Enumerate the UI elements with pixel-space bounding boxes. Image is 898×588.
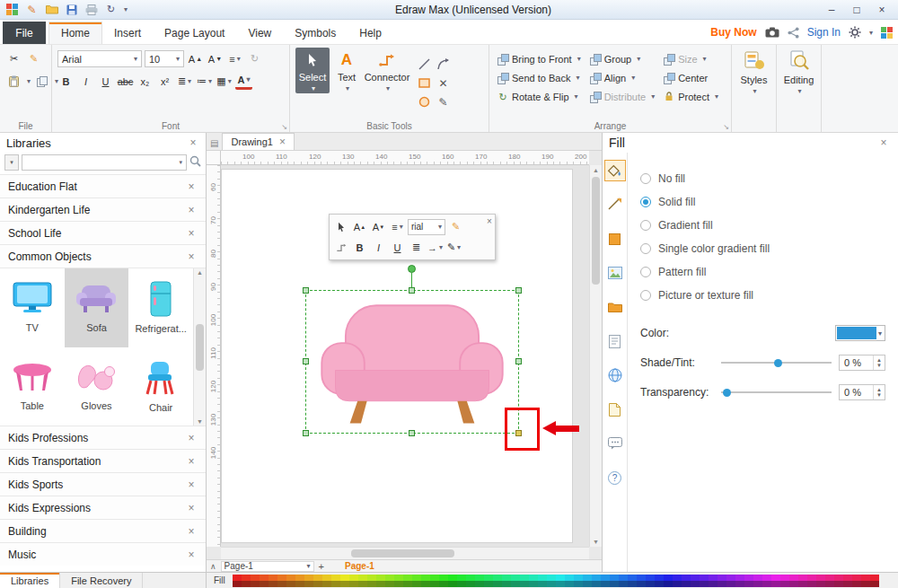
arrange-dialog-launcher-icon[interactable]: ↘ [723, 123, 729, 131]
transparency-spinner[interactable]: 0 % ▲▼ [839, 384, 885, 400]
symbol-refrigerator[interactable]: Refrigerat... [128, 268, 193, 347]
line-spacing-button[interactable]: ≣▾ [176, 73, 193, 90]
format-painter-icon[interactable]: ✎ [25, 50, 42, 67]
mini-pen-button[interactable]: ✎▾ [445, 239, 462, 256]
hyperlink-pane-button[interactable] [604, 364, 626, 386]
tab-help[interactable]: Help [348, 22, 393, 44]
select-tool-button[interactable]: Select ▾ [295, 48, 330, 93]
mini-shrink-font-button[interactable]: A▼ [370, 218, 387, 235]
horizontal-scrollbar[interactable] [221, 547, 589, 559]
footer-tab-libraries[interactable]: Libraries [0, 573, 60, 588]
file-menu-button[interactable]: File [3, 22, 46, 44]
symbol-sofa[interactable]: Sofa [65, 268, 129, 347]
mini-grow-font-button[interactable]: A▲ [351, 218, 368, 235]
active-page-tab[interactable]: Page-1 [345, 561, 374, 571]
scrollbar-thumb[interactable] [592, 177, 600, 285]
radio-icon[interactable] [640, 220, 651, 231]
line-tool-icon[interactable] [415, 55, 434, 74]
size-button[interactable]: Size▾ [661, 49, 721, 68]
bring-to-front-button[interactable]: Bring to Front▾ [495, 49, 584, 68]
tab-page-layout[interactable]: Page Layout [153, 22, 236, 44]
close-window-button[interactable]: × [869, 2, 894, 18]
close-fill-panel-icon[interactable]: × [877, 136, 890, 149]
close-library-icon[interactable]: × [185, 227, 198, 240]
scrollbar-thumb[interactable] [196, 324, 204, 371]
text-tool-button[interactable]: A Text ▾ [330, 48, 364, 93]
table-button[interactable]: ▦▾ [216, 73, 233, 90]
search-icon[interactable] [189, 155, 201, 170]
document-tab-drawing1[interactable]: Drawing1 × [222, 133, 294, 150]
close-library-icon[interactable]: × [185, 180, 198, 193]
spin-down-icon[interactable]: ▼ [876, 392, 882, 398]
mini-bold-button[interactable]: B [351, 239, 368, 256]
center-button[interactable]: Center [661, 68, 721, 87]
transparency-slider[interactable] [721, 386, 832, 399]
sofa-shape[interactable] [309, 294, 515, 430]
mini-connector-icon[interactable] [332, 239, 349, 256]
shade-tint-spinner[interactable]: 0 % ▲▼ [839, 355, 885, 371]
close-library-icon[interactable]: × [185, 204, 198, 216]
library-item-kids-expressions[interactable]: Kids Expressions× [0, 496, 206, 519]
mini-select-icon[interactable] [332, 218, 349, 235]
underline-button[interactable]: U [97, 73, 114, 90]
library-search-input[interactable]: ▾ [22, 154, 187, 171]
italic-button[interactable]: I [77, 73, 94, 90]
resize-handle-nw[interactable] [303, 287, 309, 294]
library-filter-caret-icon[interactable]: ▾ [4, 154, 19, 171]
font-size-select[interactable]: 10▾ [145, 50, 184, 67]
symbol-tv[interactable]: TV [0, 268, 65, 347]
pen-tool-icon[interactable]: ✎ [434, 92, 453, 111]
library-item-building[interactable]: Building× [0, 519, 206, 542]
paste-icon[interactable] [5, 73, 22, 90]
rotation-handle[interactable] [408, 265, 416, 273]
close-document-icon[interactable]: × [279, 136, 286, 148]
fill-option-picture-texture-fill[interactable]: Picture or texture fill [640, 289, 885, 302]
document-pane-button[interactable] [604, 330, 626, 352]
font-family-select[interactable]: Arial▾ [57, 50, 142, 67]
fill-option-single-color-gradient[interactable]: Single color gradient fill [640, 242, 885, 255]
collapse-pages-icon[interactable]: ∧ [210, 562, 216, 571]
open-folder-icon[interactable] [45, 4, 58, 16]
group-button[interactable]: Group▾ [587, 49, 657, 68]
fill-option-no-fill[interactable]: No fill [640, 172, 885, 185]
comment-pane-button[interactable] [604, 433, 626, 454]
settings-caret-icon[interactable]: ▾ [869, 29, 873, 37]
page-selector[interactable]: Page-1▾ [221, 561, 314, 572]
mini-underline-button[interactable]: U [389, 239, 406, 256]
library-item-kids-sports[interactable]: Kids Sports× [0, 472, 206, 496]
tab-view[interactable]: View [236, 22, 283, 44]
undo-icon[interactable]: ↻ [104, 4, 118, 16]
copy-icon[interactable] [33, 73, 50, 90]
symbol-chair[interactable]: Chair [128, 347, 193, 426]
library-item-kindergarten-life[interactable]: Kindergarten Life× [0, 197, 206, 221]
help-pane-button[interactable]: ? [604, 467, 626, 488]
bold-button[interactable]: B [57, 73, 75, 90]
mini-align-button[interactable]: ≡▾ [389, 218, 406, 235]
drawing-page-area[interactable]: A▲ A▼ ≡▾ rial▾ ✎ B I U [221, 165, 589, 547]
scroll-down-icon[interactable]: ▼ [197, 418, 203, 425]
close-library-icon[interactable]: × [185, 525, 198, 538]
add-page-button[interactable]: + [319, 561, 324, 572]
rotate-flip-button[interactable]: ↻Rotate & Flip▾ [495, 87, 584, 106]
close-libraries-panel-icon[interactable]: × [187, 136, 199, 149]
close-library-icon[interactable]: × [185, 549, 198, 561]
resize-handle-ne[interactable] [515, 287, 522, 294]
grow-font-button[interactable]: A▲ [187, 50, 204, 67]
clear-format-button[interactable]: ↻ [246, 50, 263, 67]
ellipse-tool-icon[interactable] [415, 92, 434, 111]
buy-now-link[interactable]: Buy Now [710, 26, 756, 39]
send-to-back-button[interactable]: Send to Back▾ [495, 68, 584, 87]
align-button[interactable]: Align▾ [587, 68, 657, 87]
rectangle-tool-icon[interactable] [415, 74, 434, 92]
close-library-icon[interactable]: × [185, 502, 198, 514]
print-icon[interactable] [84, 4, 98, 16]
ribbon-group-editing[interactable]: Editing ▾ [777, 45, 822, 132]
bullet-list-button[interactable]: ≔▾ [196, 73, 213, 90]
line-style-pane-button[interactable] [604, 194, 626, 215]
mini-italic-button[interactable]: I [370, 239, 387, 256]
mini-arrow-style-button[interactable]: →▾ [427, 239, 444, 256]
shade-tint-slider[interactable] [721, 356, 832, 369]
symbol-table[interactable]: Table [0, 347, 65, 426]
sign-in-link[interactable]: Sign In [807, 26, 841, 39]
fill-pane-button[interactable] [604, 160, 626, 181]
